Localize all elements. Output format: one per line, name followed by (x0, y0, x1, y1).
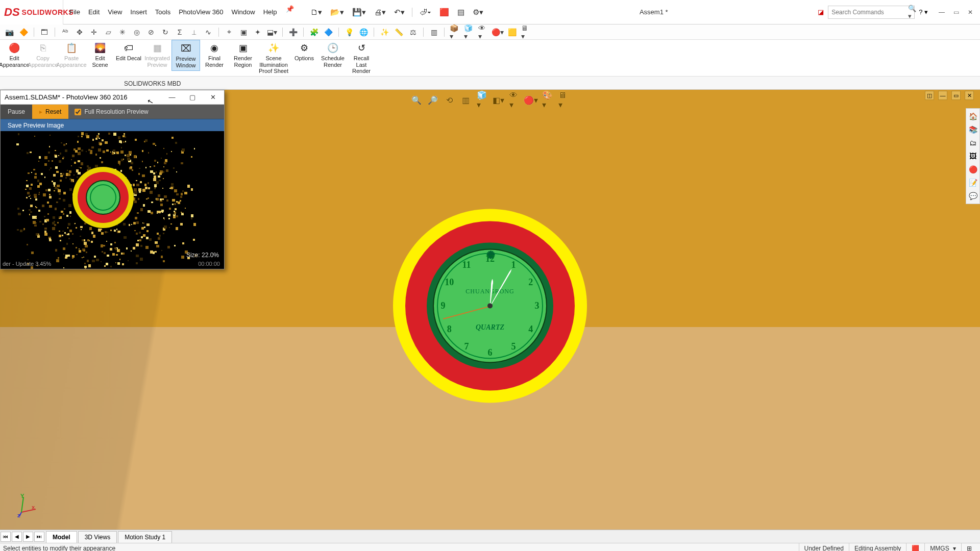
maximize-button[interactable]: ▭ (949, 7, 963, 18)
vp-close-icon[interactable]: ✕ (965, 91, 974, 100)
vp-minimize-icon[interactable]: — (938, 91, 947, 100)
qat-print-button[interactable]: 🖨▾ (373, 7, 387, 18)
apply-scene-icon[interactable]: 🎨▾ (542, 95, 552, 105)
recall-last-render-button[interactable]: ↺Recall Last Render (347, 40, 376, 77)
tab-solidworks-mbd[interactable]: SOLIDWORKS MBD (117, 78, 187, 89)
pin-menu-icon[interactable]: 📌 (286, 5, 294, 19)
tab-next-button[interactable]: ▶ (23, 532, 33, 542)
pv-maximize-button[interactable]: ▢ (185, 92, 200, 103)
pv-full-resolution-checkbox[interactable]: Full Resolution Preview (75, 108, 148, 115)
search-commands[interactable]: 🔍▾ (828, 6, 915, 19)
rotate-icon[interactable]: ↻ (160, 27, 170, 37)
pv-full-res-input[interactable] (75, 109, 81, 115)
status-rebuild-icon[interactable]: 🟥 (906, 543, 924, 551)
center-mark-icon[interactable]: ✥ (75, 27, 85, 37)
minimize-button[interactable]: — (935, 7, 948, 18)
search-icon[interactable]: 🔍▾ (908, 5, 916, 20)
menu-insert[interactable]: Insert (126, 5, 151, 19)
dimension-icon[interactable]: ⟂ (189, 27, 199, 37)
mate-icon[interactable]: ⌖ (224, 27, 234, 37)
spline-icon[interactable]: ∿ (203, 27, 213, 37)
taskpane-home-icon[interactable]: 🏠 (967, 111, 978, 122)
menu-view[interactable]: View (104, 5, 126, 19)
taskpane-custom-props-icon[interactable]: 📝 (967, 177, 978, 188)
pv-minimize-button[interactable]: — (165, 92, 179, 103)
screenshot-icon[interactable]: 📷 (4, 27, 14, 37)
section-icon[interactable]: ▥ (429, 27, 439, 37)
taskpane-forum-icon[interactable]: 💬 (967, 190, 978, 202)
edit-appearance-button[interactable]: 🔴Edit Appearance (0, 40, 29, 70)
tab-3d-views[interactable]: 3D Views (78, 531, 117, 543)
menu-file[interactable]: File (65, 5, 84, 19)
view-settings-icon[interactable]: 🖥▾ (558, 95, 569, 105)
axis-icon[interactable]: ✛ (89, 27, 99, 37)
menu-tools[interactable]: Tools (151, 5, 175, 19)
tab-last-button[interactable]: ⏭ (34, 532, 44, 542)
qat-new-button[interactable]: 🗋▾ (309, 7, 323, 18)
decal-edit-icon[interactable]: 🟨 (507, 27, 517, 37)
pv-pause-button[interactable]: Pause (1, 105, 32, 119)
assembly-vis-icon[interactable]: 📦▾ (450, 27, 460, 37)
zoom-area-icon[interactable]: 🔎 (428, 95, 438, 105)
menu-photoview360[interactable]: PhotoView 360 (175, 5, 227, 19)
qat-undo-button[interactable]: ↶▾ (393, 7, 406, 18)
tab-model[interactable]: Model (46, 531, 77, 543)
search-input[interactable] (831, 9, 908, 16)
mass-icon[interactable]: ⚖ (408, 27, 418, 37)
taskpane-appearances-icon[interactable]: 🔴 (967, 164, 978, 175)
menu-window[interactable]: Window (227, 5, 259, 19)
taskpane-library-icon[interactable]: 📚 (967, 124, 978, 135)
qat-rebuild-button[interactable]: 🟥 (438, 7, 450, 18)
tab-prev-button[interactable]: ◀ (12, 532, 22, 542)
zoom-to-fit-icon[interactable]: 🔍 (411, 95, 422, 105)
render-region-button[interactable]: ▣Render Region (229, 40, 257, 70)
tab-first-button[interactable]: ⏮ (1, 532, 11, 542)
qat-open-button[interactable]: 📂▾ (329, 7, 345, 18)
photoview-preview-window[interactable]: Assem1.SLDASM* - PhotoView 360 2016 ↖ — … (0, 90, 225, 269)
status-custom-icon[interactable]: ⊞ (961, 543, 977, 551)
display-state-icon[interactable]: 🖥▾ (521, 27, 531, 37)
edit-scene-button[interactable]: 🌄Edit Scene (86, 40, 114, 70)
component-icon[interactable]: ▣ (238, 27, 249, 37)
edit-appearance-icon[interactable]: 🔴▾ (526, 95, 536, 105)
taskpane-file-explorer-icon[interactable]: 🗂 (967, 137, 978, 148)
taskpane-view-palette-icon[interactable]: 🖼 (967, 151, 978, 162)
origin-icon[interactable]: ✳ (117, 27, 128, 37)
view-orientation-icon[interactable]: 🧊▾ (477, 95, 487, 105)
qat-select-button[interactable]: ⮰▾ (419, 7, 432, 17)
clock-model[interactable]: CHUANGRONG QUARTZ 121234567891011 (393, 209, 587, 403)
zoom-fit-icon[interactable]: 🗔 (39, 27, 50, 37)
scene-globe-icon[interactable]: 🌐 (358, 27, 369, 37)
section-view-icon[interactable]: ▥ (460, 95, 471, 105)
close-button[interactable]: ✕ (964, 7, 977, 18)
appearance-edit-icon[interactable]: 🔴▾ (493, 27, 503, 37)
final-render-button[interactable]: ◉Final Render (200, 40, 229, 70)
insert-component-icon[interactable]: ➕ (288, 27, 298, 37)
hide-show-icon[interactable]: 👁▾ (509, 95, 520, 105)
options-button[interactable]: ⚙Options (290, 40, 318, 64)
feature-icon[interactable]: ⬓▾ (267, 27, 277, 37)
hide-icon[interactable]: ⊘ (146, 27, 156, 37)
help-button[interactable]: ? ▾ (919, 8, 928, 16)
reference-triad[interactable]: x Y z (17, 494, 40, 516)
explode-icon[interactable]: ✦ (253, 27, 263, 37)
pv-reset-button[interactable]: Reset (32, 105, 68, 119)
edit-decal-button[interactable]: 🏷Edit Decal (114, 40, 143, 64)
pv-titlebar[interactable]: Assem1.SLDASM* - PhotoView 360 2016 ↖ — … (1, 90, 224, 105)
view-icon[interactable]: 👁▾ (478, 27, 488, 37)
vp-restore-icon[interactable]: ▭ (951, 91, 961, 100)
pv-save-preview-button[interactable]: Save Preview Image (5, 119, 67, 131)
appearance-icon[interactable]: 🔶 (18, 27, 29, 37)
sim-run-icon[interactable]: 🔷 (323, 27, 333, 37)
qat-save-button[interactable]: 💾▾ (351, 7, 367, 18)
previous-view-icon[interactable]: ⟲ (444, 95, 454, 105)
preview-window-button[interactable]: ⌧Preview Window (172, 40, 200, 71)
menu-edit[interactable]: Edit (84, 5, 104, 19)
component-state-icon[interactable]: 🧊▾ (464, 27, 474, 37)
vp-split-icon[interactable]: ◫ (925, 91, 934, 100)
scene-illumination-button[interactable]: ✨Scene Illumination Proof Sheet (257, 40, 290, 77)
plane-icon[interactable]: ▱ (103, 27, 113, 37)
annotations-icon[interactable]: ᴬᵇ (60, 27, 70, 37)
display-icon[interactable]: ◎ (132, 27, 142, 37)
qat-options-button[interactable]: ▤ (456, 7, 465, 18)
